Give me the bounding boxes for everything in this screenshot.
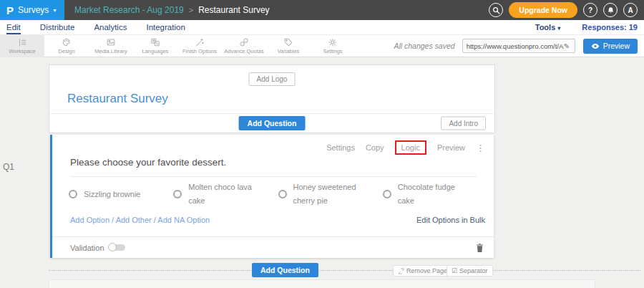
menubar-right: Tools ▾ Responses: 19	[535, 23, 638, 32]
radio-icon[interactable]	[383, 190, 391, 198]
add-na-option-link[interactable]: Add NA Option	[157, 216, 210, 224]
toolbar-item-media-library[interactable]: Media Library	[89, 35, 133, 57]
breadcrumb-survey-name: Restaurant Survey	[198, 5, 269, 15]
option-molten-choco-lava-cake[interactable]: Molten choco lava cake	[173, 181, 278, 208]
add-other-link[interactable]: Add Other	[116, 216, 152, 224]
unlink-icon	[398, 268, 404, 274]
menu-bar: Edit Distribute Analytics Integration To…	[0, 20, 644, 35]
autosave-status: All changes saved	[394, 42, 454, 50]
option-edit-links: Add Option / Add Other / Add NA Option	[70, 216, 210, 224]
answer-options: Sizzling brownie Molten choco lava cake …	[69, 181, 487, 208]
question-logic-link[interactable]: Logic	[395, 140, 426, 155]
tab-analytics[interactable]: Analytics	[94, 20, 127, 34]
main-tabs: Edit Distribute Analytics Integration	[6, 20, 185, 34]
question-card: Settings Copy Logic Preview ⋮ Please cho…	[50, 135, 494, 258]
translate-icon: A	[150, 37, 160, 47]
survey-url-box: ✎	[462, 39, 575, 53]
survey-header-card: Add Logo Restaurant Survey Add Question …	[49, 64, 495, 133]
help-icon: ?	[588, 6, 592, 14]
toolbar-item-settings[interactable]: Settings	[311, 35, 355, 57]
option-chocolate-fudge-cake[interactable]: Chocolate fudge cake	[383, 181, 487, 208]
toolbar-item-variables[interactable]: Variables	[266, 35, 311, 57]
survey-toolbar: Workspace Design Media Library A Languag…	[0, 35, 644, 57]
radio-icon[interactable]	[278, 190, 287, 198]
search-button[interactable]	[489, 3, 503, 17]
radio-icon[interactable]	[69, 190, 77, 198]
survey-url-input[interactable]	[467, 42, 564, 50]
tools-menu[interactable]: Tools ▾	[535, 23, 561, 32]
survey-title[interactable]: Restaurant Survey	[67, 92, 168, 106]
svg-text:A: A	[156, 42, 159, 46]
survey-card-footer: Add Question Add Intro	[49, 113, 494, 133]
breadcrumb-folder[interactable]: Market Research - Aug 2019	[74, 5, 184, 15]
surveys-product-menu[interactable]: P Surveys ▾	[0, 0, 64, 20]
help-button[interactable]: ?	[583, 3, 597, 17]
link-separator: /	[112, 216, 114, 224]
chevron-down-icon: ▾	[557, 25, 560, 32]
search-icon	[492, 6, 500, 14]
add-logo-button[interactable]: Add Logo	[249, 72, 296, 86]
kebab-menu-icon[interactable]: ⋮	[476, 143, 485, 153]
question-settings-link[interactable]: Settings	[326, 143, 355, 152]
link-separator: /	[154, 216, 156, 224]
workspace-icon	[17, 37, 27, 47]
notifications-button[interactable]	[603, 3, 618, 17]
tab-distribute[interactable]: Distribute	[40, 20, 75, 34]
question-number: Q1	[3, 162, 14, 172]
page-break-divider	[49, 270, 640, 271]
upgrade-now-button[interactable]: Upgrade Now	[509, 2, 577, 18]
validation-label: Validation	[70, 244, 104, 252]
delete-question-button[interactable]	[475, 243, 484, 253]
avatar-initial: A	[628, 6, 633, 14]
add-option-link[interactable]: Add Option	[70, 216, 109, 224]
toolbar-right: All changes saved ✎ Preview	[394, 39, 644, 54]
questionpro-logo: P	[6, 5, 14, 16]
magic-wand-icon	[195, 37, 205, 47]
chevron-down-icon: ▾	[53, 7, 56, 14]
next-page-section	[49, 279, 595, 288]
validation-toggle[interactable]	[109, 244, 125, 251]
top-bar: P Surveys ▾ Market Research - Aug 2019 >…	[0, 0, 644, 20]
preview-button[interactable]: Preview	[583, 39, 638, 54]
toolbar-item-languages[interactable]: A Languages	[133, 35, 177, 57]
eye-icon	[591, 43, 600, 49]
image-icon	[106, 37, 116, 47]
tools-label: Tools	[535, 23, 556, 32]
radio-icon[interactable]	[173, 190, 182, 198]
palette-icon	[62, 37, 72, 47]
breadcrumb: Market Research - Aug 2019 > Restaurant …	[74, 5, 270, 15]
tab-integration[interactable]: Integration	[146, 20, 185, 34]
question-copy-link[interactable]: Copy	[366, 143, 384, 152]
toolbar-item-advance-quotas[interactable]: Advance Quotas	[222, 35, 266, 57]
edit-options-in-bulk-link[interactable]: Edit Options in Bulk	[416, 216, 485, 224]
gear-icon	[328, 37, 338, 47]
toolbar-item-design[interactable]: Design	[44, 35, 89, 57]
toolbar-item-finish-options[interactable]: Finish Options	[177, 35, 222, 57]
checkbox-checked-icon: ☑	[452, 267, 457, 274]
add-question-button-top[interactable]: Add Question	[239, 116, 306, 130]
add-question-button-bottom[interactable]: Add Question	[252, 263, 318, 277]
question-preview-link[interactable]: Preview	[437, 143, 465, 152]
topbar-actions: Upgrade Now ? A	[489, 2, 644, 18]
tag-icon	[283, 37, 293, 47]
product-menu-label: Surveys	[18, 5, 49, 15]
trash-icon	[475, 243, 484, 253]
separator-button[interactable]: ☑ Separator	[447, 265, 493, 277]
breadcrumb-separator: >	[189, 6, 193, 14]
question-text[interactable]: Please choose your favorite dessert.	[70, 157, 477, 177]
edit-url-pencil-icon[interactable]: ✎	[564, 42, 570, 50]
responses-count[interactable]: Responses: 19	[582, 23, 638, 32]
toggle-knob	[108, 243, 117, 251]
tab-edit[interactable]: Edit	[6, 20, 21, 34]
preview-label: Preview	[603, 42, 630, 50]
toolbar-item-workspace[interactable]: Workspace	[0, 35, 44, 57]
account-avatar[interactable]: A	[623, 3, 638, 17]
question-footer: Validation	[52, 236, 494, 258]
add-intro-button[interactable]: Add Intro	[441, 117, 486, 130]
separator-label: Separator	[459, 267, 488, 274]
option-honey-sweetened-cherry-pie[interactable]: Honey sweetened cherry pie	[278, 181, 383, 208]
question-actions: Settings Copy Logic Preview ⋮	[326, 142, 485, 153]
chain-links-icon	[239, 37, 249, 47]
bell-icon	[607, 6, 615, 14]
option-sizzling-brownie[interactable]: Sizzling brownie	[69, 181, 173, 208]
